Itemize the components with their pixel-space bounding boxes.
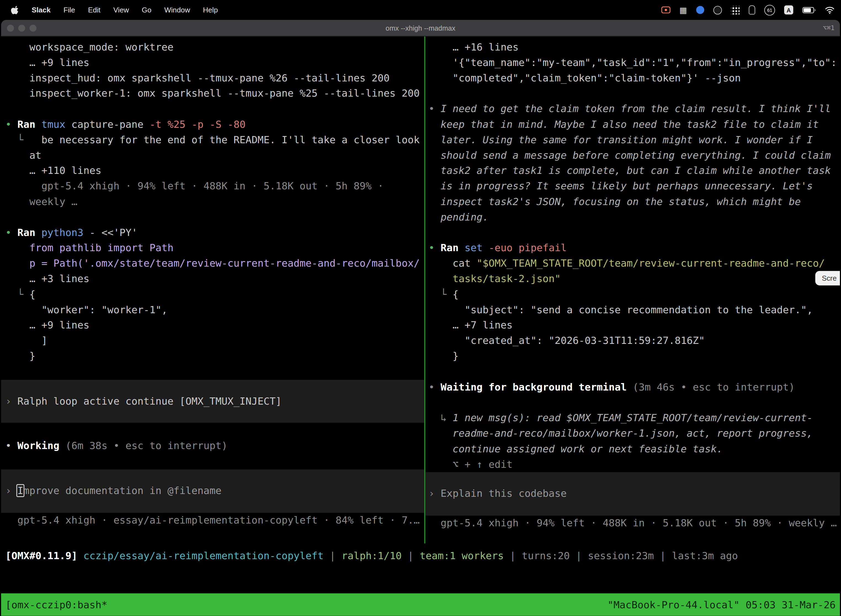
- model-status-line: gpt-5.4 xhigh · 94% left · 488K in · 5.1…: [425, 516, 840, 531]
- terminal-line: at: [1, 148, 424, 163]
- right-pane[interactable]: … +16 lines '{"team_name":"my-team","tas…: [425, 37, 840, 543]
- terminal-line: }: [425, 349, 840, 364]
- close-button[interactable]: [7, 24, 14, 31]
- block-cursor: I: [18, 485, 23, 496]
- terminal-line: "subject": "send a concise recommendatio…: [425, 302, 840, 318]
- terminal-line: [1, 101, 424, 117]
- terminal-line: gpt-5.4 xhigh · 94% left · 488K in · 5.1…: [1, 179, 424, 194]
- terminal-line: readme-and-reco/mailbox/worker-1.json, a…: [425, 426, 840, 441]
- terminal-line: cat "$OMX_TEAM_STATE_ROOT/team/review-cu…: [425, 256, 840, 271]
- terminal-line: └ {: [1, 287, 424, 302]
- terminal-line: … +9 lines: [1, 55, 424, 70]
- terminal-line: [1, 210, 424, 225]
- tmux-status-bar: [omx-cczip0:bash* "MacBook-Pro-44.local"…: [1, 593, 840, 616]
- terminal-line: weekly …: [1, 194, 424, 210]
- terminal-line: continue assigned work or next feasible …: [425, 441, 840, 457]
- window-title: omx --xhigh --madmax: [1, 24, 840, 32]
- terminal-line: └ be necessary for the end of the README…: [1, 132, 424, 148]
- menu-bar: Slack File Edit View Go Window Help ▦ 61…: [0, 0, 841, 20]
- screen-share-tooltip: Scre: [815, 271, 840, 285]
- terminal-line: [1, 423, 424, 438]
- tmux-session-label: [omx-cczip0:bash*: [5, 599, 107, 610]
- prompt-band[interactable]: › Improve documentation in @filename: [1, 469, 424, 512]
- terminal-line: • Working (6m 38s • esc to interrupt): [1, 438, 424, 454]
- grid-icon[interactable]: ▦: [680, 6, 687, 14]
- terminal-line: [425, 86, 840, 101]
- menu-view[interactable]: View: [113, 6, 129, 14]
- app-icon-dark[interactable]: [713, 6, 722, 14]
- terminal-line: • Ran tmux capture-pane -t %25 -p -S -80: [1, 117, 424, 132]
- terminal-line: workspace_mode: worktree: [1, 40, 424, 55]
- ghost-prompt-line: › Explain this codebase: [425, 486, 840, 502]
- terminal-line: … +3 lines: [1, 271, 424, 287]
- menu-window[interactable]: Window: [164, 6, 190, 14]
- gauge-value: 61: [767, 7, 772, 12]
- terminal-line: task2 after task1 is complete, but can I…: [425, 163, 840, 179]
- terminal-line: '{"team_name":"my-team","task_id":"1","f…: [425, 55, 840, 70]
- tmux-panes: workspace_mode: worktree … +9 lines insp…: [1, 37, 840, 543]
- window-shortcut-hint: ⌥⌘1: [823, 24, 835, 31]
- terminal-line: [425, 225, 840, 241]
- terminal-line: [425, 364, 840, 380]
- battery-icon[interactable]: [802, 7, 816, 13]
- zoom-button[interactable]: [29, 24, 37, 31]
- terminal-line: inspect task2's JSON, focusing on the st…: [425, 194, 840, 210]
- apple-menu-icon[interactable]: [11, 5, 19, 14]
- terminal-line: }: [1, 349, 424, 364]
- terminal-line: "worker": "worker-1",: [1, 302, 424, 318]
- terminal-line: • Waiting for background terminal (3m 46…: [425, 380, 840, 395]
- app-icon-small[interactable]: [749, 5, 755, 14]
- prompt-band[interactable]: › Explain this codebase: [425, 472, 840, 516]
- dots-grid-icon[interactable]: [731, 6, 740, 14]
- screen-recording-icon[interactable]: [661, 6, 670, 13]
- omx-status-line: [OMX#0.11.9] cczip/essay/ai-reimplementa…: [1, 549, 840, 564]
- gauge-icon[interactable]: 61: [764, 5, 775, 15]
- terminal-line: inspect_worker-1: omx sparkshell --tmux-…: [1, 86, 424, 101]
- terminal-line: [425, 395, 840, 411]
- terminal-line: • I need to get the claim token from the…: [425, 101, 840, 117]
- terminal-line: inspect_hud: omx sparkshell --tmux-pane …: [1, 70, 424, 86]
- menu-go[interactable]: Go: [142, 6, 151, 14]
- title-bar[interactable]: omx --xhigh --madmax ⌥⌘1: [1, 20, 840, 37]
- terminal-line: p = Path('.omx/state/team/review-current…: [1, 256, 424, 271]
- input-source-letter: A: [787, 7, 791, 13]
- menu-help[interactable]: Help: [203, 6, 218, 14]
- terminal-line: • Ran python3 - <<'PY': [1, 225, 424, 241]
- wifi-icon[interactable]: [825, 6, 835, 13]
- terminal-line: tasks/task-2.json": [425, 271, 840, 287]
- minimize-button[interactable]: [18, 24, 25, 31]
- terminal-line: … +16 lines: [425, 40, 840, 55]
- terminal-line: pending.: [425, 210, 840, 225]
- terminal-line: … +9 lines: [1, 318, 424, 333]
- omx-status: [OMX#0.11.9] cczip/essay/ai-reimplementa…: [1, 549, 840, 564]
- terminal-line: later. Using the same for transition mig…: [425, 132, 840, 148]
- terminal-line: ]: [1, 333, 424, 349]
- terminal-line: keep that in mind. Maybe I also need the…: [425, 117, 840, 132]
- terminal-line: is in progress? It seems likely but perh…: [425, 179, 840, 194]
- ghost-prompt-line: › Improve documentation in @filename: [1, 483, 424, 499]
- terminal-line: "created_at": "2026-03-31T11:59:27.816Z": [425, 333, 840, 349]
- terminal-line: … +110 lines: [1, 163, 424, 179]
- screen: Slack File Edit View Go Window Help ▦ 61…: [0, 0, 841, 616]
- active-app-menu[interactable]: Slack: [32, 6, 51, 14]
- model-status-line: gpt-5.4 xhigh · essay/ai-reimplementatio…: [1, 512, 424, 528]
- input-source-icon[interactable]: A: [784, 5, 793, 14]
- injected-prompt-line: › Ralph loop active continue [OMX_TMUX_I…: [1, 393, 424, 409]
- terminal-line: should send a message before completing …: [425, 148, 840, 163]
- menu-file[interactable]: File: [63, 6, 75, 14]
- left-pane[interactable]: workspace_mode: worktree … +9 lines insp…: [1, 37, 424, 543]
- terminal-window: omx --xhigh --madmax ⌥⌘1 workspace_mode:…: [1, 20, 840, 616]
- terminal-line: from pathlib import Path: [1, 241, 424, 256]
- terminal-line: [1, 454, 424, 469]
- menu-edit[interactable]: Edit: [88, 6, 100, 14]
- terminal-line: … +7 lines: [425, 318, 840, 333]
- terminal-line: "completed","claim_token":"claim-token"}…: [425, 70, 840, 86]
- tmux-host-time-label: "MacBook-Pro-44.local" 05:03 31-Mar-26: [608, 599, 836, 610]
- prompt-band[interactable]: › Ralph loop active continue [OMX_TMUX_I…: [1, 380, 424, 423]
- terminal-line: └ {: [425, 287, 840, 302]
- terminal-line: • Ran set -euo pipefail: [425, 241, 840, 256]
- terminal-line: [1, 364, 424, 380]
- terminal-line: ⌥ + ↑ edit: [425, 457, 840, 472]
- app-icon-blue[interactable]: [696, 6, 704, 14]
- terminal-line: ↳ 1 new msg(s): read $OMX_TEAM_STATE_ROO…: [425, 411, 840, 426]
